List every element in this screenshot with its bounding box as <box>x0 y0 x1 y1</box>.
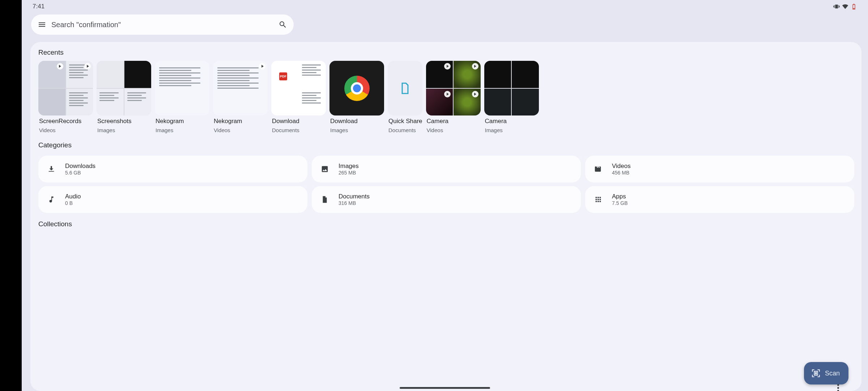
vibrate-icon <box>833 3 840 10</box>
play-icon <box>259 63 265 70</box>
image-icon <box>321 165 329 173</box>
category-size: 0 B <box>65 200 81 206</box>
recent-title: Nekogram <box>213 118 268 125</box>
recent-subtitle: Videos <box>213 127 268 133</box>
play-icon <box>444 91 451 97</box>
recent-thumbnail: PDF <box>271 61 326 115</box>
recent-thumbnail <box>426 61 481 115</box>
recent-thumbnail <box>213 61 268 115</box>
scan-button[interactable]: Scan <box>804 362 848 384</box>
recent-thumbnail <box>155 61 209 115</box>
recent-title: Camera <box>426 118 481 125</box>
play-icon <box>57 63 63 70</box>
recent-subtitle: Videos <box>426 127 481 133</box>
category-downloads[interactable]: Downloads 5.6 GB <box>38 156 307 182</box>
overflow-menu-button[interactable] <box>834 384 842 391</box>
svg-rect-0 <box>854 4 855 5</box>
recent-title: Download <box>329 118 384 125</box>
category-title: Images <box>339 163 359 170</box>
wifi-icon <box>842 3 848 10</box>
recent-title: Screenshots <box>97 118 151 125</box>
black-pillarbox <box>0 0 22 391</box>
recent-item-screenshots[interactable]: Screenshots Images <box>97 61 151 133</box>
recent-item-quickshare[interactable]: Quick Share Documents <box>388 61 422 133</box>
category-size: 265 MB <box>339 170 359 176</box>
chrome-logo-icon <box>329 61 384 115</box>
recent-item-nekogram-videos[interactable]: Nekogram Videos <box>213 61 268 133</box>
play-icon <box>472 91 478 97</box>
recent-item-download-images[interactable]: Download Images <box>329 61 384 133</box>
recents-heading: Recents <box>30 49 861 61</box>
pdf-icon: PDF <box>279 72 287 80</box>
recent-title: Camera <box>484 118 539 125</box>
category-audio[interactable]: Audio 0 B <box>38 186 307 213</box>
recent-item-camera-videos[interactable]: Camera Videos <box>426 61 481 133</box>
category-title: Videos <box>612 163 631 170</box>
category-size: 7.5 GB <box>612 200 628 206</box>
recent-subtitle: Images <box>155 127 209 133</box>
recent-item-nekogram-images[interactable]: Nekogram Images <box>155 61 209 133</box>
categories-heading: Categories <box>30 133 861 154</box>
category-title: Audio <box>65 193 81 200</box>
category-images[interactable]: Images 265 MB <box>312 156 581 182</box>
svg-rect-1 <box>853 8 855 9</box>
download-icon <box>47 165 55 173</box>
collections-heading: Collections <box>30 213 861 228</box>
recent-thumbnail <box>484 61 539 115</box>
recent-title: Nekogram <box>155 118 209 125</box>
recent-subtitle: Documents <box>388 127 422 133</box>
recents-row[interactable]: ScreenRecords Videos Screenshots Images <box>30 61 861 133</box>
recent-subtitle: Videos <box>38 127 93 133</box>
search-icon[interactable] <box>278 20 287 29</box>
play-icon <box>472 63 478 70</box>
apps-icon <box>594 196 602 203</box>
file-icon <box>398 81 412 95</box>
scan-icon <box>811 369 821 378</box>
category-documents[interactable]: Documents 316 MB <box>312 186 581 213</box>
search-row <box>22 11 868 35</box>
movie-icon <box>594 165 602 173</box>
category-size: 456 MB <box>612 170 631 176</box>
category-title: Apps <box>612 193 628 200</box>
recent-subtitle: Images <box>484 127 539 133</box>
file-icon <box>321 196 329 203</box>
battery-icon <box>851 3 857 10</box>
recent-subtitle: Images <box>329 127 384 133</box>
status-icons <box>833 3 857 10</box>
recent-item-camera-images[interactable]: Camera Images <box>484 61 539 133</box>
category-size: 5.6 GB <box>65 170 95 176</box>
recent-subtitle: Documents <box>271 127 326 133</box>
music-icon <box>47 196 55 203</box>
search-input[interactable] <box>51 21 278 29</box>
status-bar: 7:41 <box>22 0 868 11</box>
recent-thumbnail <box>388 61 422 115</box>
recent-title: Quick Share <box>388 118 422 125</box>
category-title: Documents <box>339 193 370 200</box>
recent-title: ScreenRecords <box>38 118 93 125</box>
recent-item-screenrecords[interactable]: ScreenRecords Videos <box>38 61 93 133</box>
play-icon <box>84 63 91 70</box>
nav-handle[interactable] <box>400 387 490 389</box>
category-size: 316 MB <box>339 200 370 206</box>
categories-grid: Downloads 5.6 GB Images 265 MB Videos 45… <box>30 154 861 213</box>
recent-subtitle: Images <box>97 127 151 133</box>
recent-item-download-docs[interactable]: PDF Download Documents <box>271 61 326 133</box>
search-bar[interactable] <box>31 14 294 35</box>
category-apps[interactable]: Apps 7.5 GB <box>585 186 854 213</box>
recent-thumbnail <box>97 61 151 115</box>
hamburger-icon[interactable] <box>38 20 46 29</box>
category-videos[interactable]: Videos 456 MB <box>585 156 854 182</box>
scan-label: Scan <box>825 370 840 377</box>
recent-title: Download <box>271 118 326 125</box>
recent-thumbnail <box>38 61 93 115</box>
recent-thumbnail <box>329 61 384 115</box>
category-title: Downloads <box>65 163 95 170</box>
status-time: 7:41 <box>33 3 44 10</box>
play-icon <box>444 63 451 70</box>
app-root: 7:41 Recents ScreenRec <box>22 0 868 391</box>
main-card: Recents ScreenRecords Videos <box>30 42 861 391</box>
